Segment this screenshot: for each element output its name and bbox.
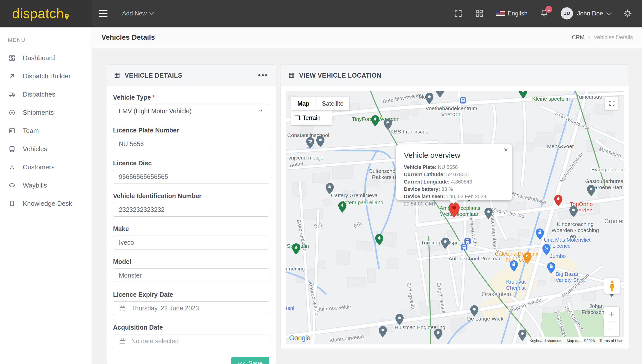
breadcrumb-current: Vehicles Details bbox=[594, 34, 633, 41]
settings-gear-icon[interactable] bbox=[623, 9, 632, 18]
map-type-map-button[interactable]: Map bbox=[291, 97, 316, 110]
sidebar-item-team[interactable]: Team bbox=[0, 122, 92, 140]
shop-pin-icon bbox=[536, 228, 544, 241]
map-label-jumbo: Jumbo bbox=[550, 253, 566, 259]
map-fullscreen-button[interactable] bbox=[605, 97, 618, 110]
keyboard-shortcuts-link[interactable]: Keyboard shortcuts bbox=[527, 337, 564, 344]
add-new-button[interactable]: Add New bbox=[122, 10, 153, 17]
map-label-kindercoaching: Kindercoaching Woerden - coaching en... bbox=[551, 221, 600, 239]
grid-card-icon bbox=[114, 72, 120, 78]
landmark-pin-icon bbox=[325, 183, 334, 195]
sidebar-menu: DashboardDispatch BuilderDispatchesShipm… bbox=[0, 49, 92, 213]
field-value: Thursday, 22 June 2023 bbox=[131, 305, 199, 312]
poi-pin-icon bbox=[379, 326, 387, 338]
breadcrumb-separator-icon: › bbox=[588, 34, 590, 41]
info-window-close-button[interactable]: × bbox=[504, 146, 508, 153]
notifications-button[interactable]: 1 bbox=[540, 9, 549, 18]
map-data-text: Map data ©2023 bbox=[565, 337, 597, 344]
map-type-satellite-button[interactable]: Satellite bbox=[316, 97, 349, 110]
zoom-control: + − bbox=[604, 307, 619, 336]
knowledge-desk-icon bbox=[9, 200, 16, 207]
customers-icon bbox=[9, 163, 16, 171]
vehicles-icon bbox=[9, 145, 16, 153]
logo-text: dispatch bbox=[12, 6, 64, 21]
field-value: 95656565656565 bbox=[119, 173, 168, 180]
waybills-icon bbox=[9, 181, 16, 189]
field-label: Acquisition Date bbox=[113, 324, 269, 331]
page-header: Vehicles Details CRM › Vehicles Details bbox=[92, 27, 642, 48]
vehicle-location-card-header: VIEW VEHICLE LOCATION bbox=[281, 65, 629, 86]
info-row-current-latitude-: Current Latitude: 52.078001 bbox=[404, 171, 505, 178]
info-window-title: Vehicle overview bbox=[404, 151, 505, 160]
field-model: ModelMonster bbox=[113, 258, 269, 282]
sidebar: MENU DashboardDispatch BuilderDispatches… bbox=[0, 27, 92, 364]
sidebar-item-customers[interactable]: Customers bbox=[0, 158, 92, 176]
google-map[interactable]: BoterbloemweideVoetbehandelcentrum Voet-… bbox=[286, 91, 624, 344]
input-vehicle-identification-number[interactable]: 2323232323232 bbox=[113, 203, 269, 217]
playground-pin-icon bbox=[292, 243, 300, 256]
save-button[interactable]: Save bbox=[231, 357, 269, 364]
input-make[interactable]: Iveco bbox=[113, 236, 269, 249]
chevron-down-icon bbox=[149, 10, 154, 15]
zoom-out-button[interactable]: − bbox=[604, 322, 619, 337]
sidebar-item-dispatches[interactable]: Dispatches bbox=[0, 85, 92, 103]
terms-of-use-link[interactable]: Terms of Use bbox=[597, 337, 624, 344]
logo[interactable]: dispatch bbox=[0, 0, 92, 27]
sidebar-item-label: Team bbox=[23, 127, 39, 135]
map-label-totem-paal-eiland: Totem paal eiland bbox=[342, 199, 384, 206]
user-menu[interactable]: JD John Doe bbox=[561, 7, 611, 19]
field-label: Licence Plate Number bbox=[113, 127, 269, 134]
input-licence-disc[interactable]: 95656565656565 bbox=[113, 170, 269, 184]
input-acquisition-date[interactable]: No date selected bbox=[113, 334, 269, 348]
sidebar-item-label: Dashboard bbox=[23, 54, 55, 62]
sidebar-item-vehicles[interactable]: Vehicles bbox=[0, 140, 92, 158]
map-label-mens-voet: Mens&voet bbox=[547, 143, 573, 149]
field-label: Licence Expiry Date bbox=[113, 291, 269, 298]
map-label-grooter: Grooter bbox=[604, 218, 624, 224]
add-new-label: Add New bbox=[122, 10, 147, 17]
field-label: Make bbox=[113, 225, 269, 233]
breadcrumb-section[interactable]: CRM bbox=[572, 34, 585, 41]
google-logo[interactable]: Google bbox=[289, 334, 310, 342]
school-pin-icon bbox=[306, 137, 315, 150]
field-value: Iveco bbox=[119, 239, 134, 246]
card-menu-button[interactable]: ••• bbox=[258, 74, 268, 77]
park-pin-icon bbox=[519, 91, 527, 100]
map-label-autorijschool-prosman: Autorijschool Prosman bbox=[449, 256, 502, 262]
vehicle-form: Vehicle Type*LMV (Light Motor Vehicle)Li… bbox=[106, 86, 276, 364]
grid-card-icon bbox=[289, 72, 295, 78]
info-row-vehicle-plate-: Vehicle Plate: NU 5656 bbox=[404, 164, 505, 171]
poi-pin-icon bbox=[425, 93, 434, 105]
required-asterisk: * bbox=[152, 94, 155, 101]
menu-toggle-button[interactable] bbox=[99, 6, 114, 21]
sidebar-item-dispatch-builder[interactable]: Dispatch Builder bbox=[0, 67, 92, 85]
sidebar-item-dashboard[interactable]: Dashboard bbox=[0, 49, 92, 67]
pegman-icon bbox=[608, 280, 616, 291]
sidebar-item-knowledge-desk[interactable]: Knowledge Desk bbox=[0, 194, 92, 213]
map-label-kruidvat: Kruidvat Chemist bbox=[506, 279, 525, 291]
terrain-toggle[interactable]: Terrain bbox=[291, 110, 332, 125]
poi-pin-icon bbox=[436, 91, 444, 99]
pegman-control[interactable] bbox=[604, 278, 620, 294]
input-licence-expiry-date[interactable]: Thursday, 22 June 2023 bbox=[113, 301, 269, 315]
field-value: NU 5656 bbox=[119, 140, 144, 148]
terrain-checkbox[interactable] bbox=[295, 116, 300, 120]
park-pin-icon bbox=[375, 234, 384, 246]
field-value: 2323232323232 bbox=[119, 206, 165, 213]
sidebar-item-shipments[interactable]: Shipments bbox=[0, 103, 92, 122]
sidebar-item-label: Customers bbox=[23, 163, 55, 171]
poi-pin-icon bbox=[587, 185, 595, 197]
clinic-pin-icon bbox=[554, 195, 563, 207]
sidebar-item-waybills[interactable]: Waybills bbox=[0, 176, 92, 194]
input-licence-plate-number[interactable]: NU 5656 bbox=[113, 137, 269, 151]
dashboard-icon bbox=[9, 54, 16, 62]
field-licence-plate-number: Licence Plate NumberNU 5656 bbox=[113, 127, 269, 151]
language-selector[interactable]: English bbox=[496, 10, 528, 17]
input-model[interactable]: Monster bbox=[113, 268, 269, 282]
bus-stop-icon bbox=[460, 97, 467, 105]
map-label-evangeliegem: Evangeliegem bbox=[591, 167, 624, 173]
fullscreen-icon[interactable] bbox=[454, 9, 463, 18]
select-vehicle-type[interactable]: LMV (Light Motor Vehicle) bbox=[113, 104, 269, 118]
zoom-in-button[interactable]: + bbox=[604, 307, 619, 322]
apps-grid-icon[interactable] bbox=[475, 9, 484, 18]
